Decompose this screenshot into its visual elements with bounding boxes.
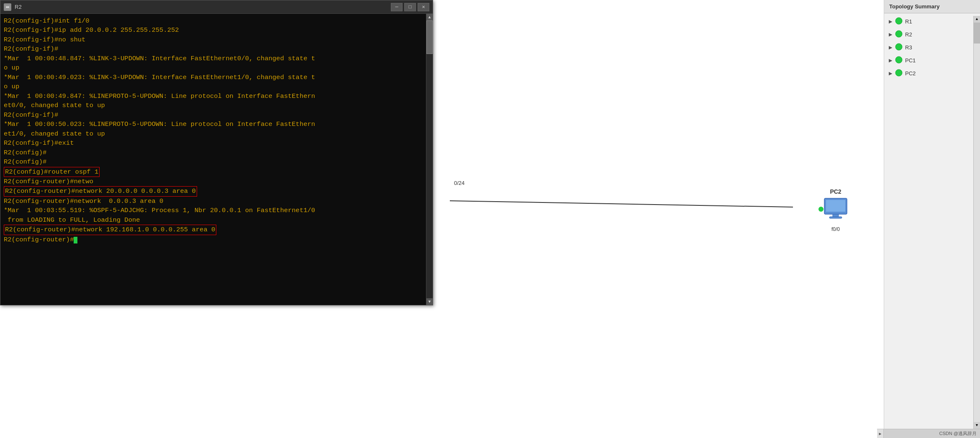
terminal-line: o up — [4, 63, 429, 72]
terminal-line: R2(config-router)#network 0.0.0.3 area 0 — [4, 197, 429, 206]
router-icon — [895, 17, 903, 26]
terminal-line: R2(config-if)#int f1/0 — [4, 16, 429, 26]
svg-point-10 — [895, 56, 902, 63]
svg-point-9 — [895, 44, 902, 50]
connection-line — [450, 176, 826, 226]
terminal-line: R2(config-router)#network 20.0.0.0 0.0.0… — [4, 186, 429, 196]
terminal-line: o up — [4, 82, 429, 91]
terminal-line: et1/0, changed state to up — [4, 129, 429, 138]
app-icon — [4, 3, 11, 11]
topology-panel: ▲ ▼ Topology Summary ▶R1▶R2▶R3▶PC1▶PC2 C… — [884, 0, 980, 438]
topology-item-label: PC2 — [905, 70, 916, 77]
maximize-button[interactable]: □ — [404, 3, 416, 11]
terminal-line: R2(config-if)# — [4, 44, 429, 54]
svg-rect-3 — [833, 214, 839, 217]
topology-item-label: R2 — [905, 31, 912, 38]
svg-line-0 — [450, 201, 793, 207]
expand-arrow-icon: ▶ — [888, 32, 893, 38]
window-title: R2 — [15, 4, 391, 10]
topology-item-label: R3 — [905, 44, 912, 51]
topology-header: Topology Summary — [884, 0, 980, 13]
topology-item-r1[interactable]: ▶R1 — [884, 15, 980, 28]
pc2-device: PC2 f0/0 — [821, 188, 850, 232]
scrollbar-down-arrow[interactable]: ▼ — [426, 298, 433, 305]
svg-point-8 — [895, 31, 902, 37]
pc2-icon-container — [821, 197, 850, 225]
terminal-line: R2(config-if)#ip add 20.0.0.2 255.255.25… — [4, 26, 429, 35]
terminal-line: R2(config-router)#netwo — [4, 177, 429, 186]
terminal-line: from LOADING to FULL, Loading Done — [4, 215, 429, 225]
window-controls: ─ □ ✕ — [391, 3, 429, 11]
topology-item-label: PC1 — [905, 57, 916, 64]
svg-rect-2 — [826, 200, 845, 212]
terminal-line: *Mar 1 00:00:49.847: %LINEPROTO-5-UPDOWN… — [4, 92, 429, 101]
svg-rect-4 — [829, 217, 842, 218]
topology-item-r3[interactable]: ▶R3 — [884, 41, 980, 54]
pc2-status-dot — [818, 207, 824, 212]
terminal-line: R2(config)#router ospf 1 — [4, 167, 429, 177]
title-bar: R2 ─ □ ✕ — [0, 0, 433, 14]
close-button[interactable]: ✕ — [418, 3, 429, 11]
cursor — [74, 237, 77, 243]
pc2-label: PC2 — [830, 188, 841, 195]
router-icon — [895, 43, 903, 52]
scrollbar-up-arrow[interactable]: ▲ — [426, 14, 433, 20]
terminal-line: *Mar 1 00:00:48.847: %LINK-3-UPDOWN: Int… — [4, 54, 429, 63]
expand-arrow-icon: ▶ — [888, 58, 893, 64]
terminal-line: R2(config-router)#network 192.168.1.0 0.… — [4, 225, 429, 235]
topology-scrollbar[interactable]: ▲ ▼ — [973, 16, 980, 429]
terminal-body[interactable]: R2(config-if)#int f1/0R2(config-if)#ip a… — [0, 14, 433, 305]
terminal-scrollbar[interactable]: ▲ ▼ — [426, 14, 433, 305]
topo-scroll-down[interactable]: ▼ — [974, 422, 980, 429]
topology-item-pc1[interactable]: ▶PC1 — [884, 54, 980, 67]
topology-item-pc2[interactable]: ▶PC2 — [884, 67, 980, 80]
terminal-line: R2(config)# — [4, 148, 429, 157]
app-icon-svg — [5, 4, 10, 10]
terminal-line: *Mar 1 00:03:55.519: %OSPF-5-ADJCHG: Pro… — [4, 206, 429, 215]
terminal-line: R2(config-if)#no shut — [4, 35, 429, 44]
terminal-window: R2 ─ □ ✕ R2(config-if)#int f1/0R2(config… — [0, 0, 433, 305]
pc2-interface-label: f0/0 — [831, 226, 840, 232]
network-canvas: 0/24 PC2 f0/0 — [433, 0, 884, 438]
pc2-icon — [821, 197, 850, 223]
terminal-line: *Mar 1 00:00:49.023: %LINK-3-UPDOWN: Int… — [4, 73, 429, 82]
connection-label: 0/24 — [454, 180, 464, 186]
scrollbar-thumb[interactable] — [426, 20, 433, 54]
expand-arrow-icon: ▶ — [888, 71, 893, 77]
svg-point-11 — [895, 69, 902, 76]
terminal-line: R2(config-router)# — [4, 235, 429, 244]
pc-icon — [895, 56, 903, 65]
terminal-line: *Mar 1 00:00:50.023: %LINEPROTO-5-UPDOWN… — [4, 120, 429, 129]
terminal-line: R2(config-if)# — [4, 110, 429, 120]
terminal-line: R2(config-if)#exit — [4, 138, 429, 148]
topology-item-r2[interactable]: ▶R2 — [884, 28, 980, 41]
watermark-text: CSDN @逃风辞月 — [939, 430, 977, 437]
expand-arrow-icon: ▶ — [888, 19, 893, 25]
terminal-line: R2(config)# — [4, 157, 429, 166]
router-icon — [895, 30, 903, 39]
pc-icon — [895, 69, 903, 78]
status-bar: CSDN @逃风辞月 — [884, 429, 980, 438]
svg-point-7 — [895, 18, 902, 24]
bottom-expand-button[interactable]: ▶ — [877, 429, 884, 438]
expand-arrow-icon: ▶ — [888, 45, 893, 51]
topo-scroll-up[interactable]: ▲ — [974, 16, 980, 23]
terminal-line: et0/0, changed state to up — [4, 101, 429, 110]
minimize-button[interactable]: ─ — [391, 3, 403, 11]
svg-rect-6 — [6, 6, 9, 8]
topology-item-label: R1 — [905, 18, 912, 25]
topology-list: ▶R1▶R2▶R3▶PC1▶PC2 — [884, 13, 980, 438]
topo-scroll-thumb[interactable] — [974, 23, 980, 44]
